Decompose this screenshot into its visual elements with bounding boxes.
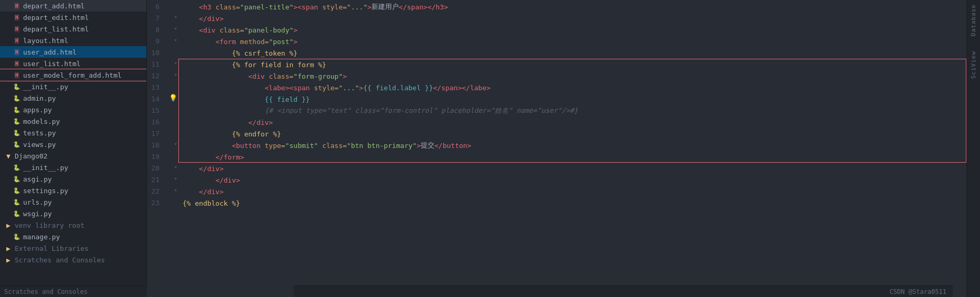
sidebar-item-scratches[interactable]: ▶Scratches and Consoles (0, 254, 146, 266)
code-line: </div> (178, 186, 966, 197)
sidebar-item-asgi[interactable]: 🐍asgi.py (0, 173, 146, 185)
sidebar-item-label: wsgi.py (23, 210, 52, 218)
database-label[interactable]: Database (970, 4, 977, 36)
sidebar-item-models[interactable]: 🐍models.py (0, 115, 146, 127)
line-number: 18 (147, 140, 164, 151)
folder-icon: ▶ (4, 256, 13, 264)
code-line: <div class="panel-body"> (178, 24, 966, 36)
gutter: ▾▾▾▾▾💡▾▾▾▾ (168, 0, 178, 297)
html-icon: H (13, 36, 21, 45)
sidebar-item-depart_list[interactable]: Hdepart_list.html (0, 23, 146, 35)
code-line: <button type="submit" class="btn btn-pri… (178, 140, 966, 151)
sciview-label[interactable]: SciView (970, 51, 977, 79)
sidebar-item-Django02_folder[interactable]: ▼Django02 (0, 150, 146, 162)
sidebar-item-depart_add[interactable]: Hdepart_add.html (0, 0, 146, 12)
line-number: 11 (147, 59, 164, 70)
code-line: </div> (178, 163, 966, 174)
line-number: 15 (147, 105, 164, 116)
sidebar-item-label: admin.py (23, 94, 56, 102)
line-number: 22 (147, 186, 164, 197)
sidebar-item-label: settings.py (23, 187, 68, 195)
sidebar-item-admin[interactable]: 🐍admin.py (0, 92, 146, 104)
sidebar-item-label: depart_add.html (23, 2, 84, 10)
gutter-row: ▾ (168, 23, 178, 35)
code-area[interactable]: <h3 class="panel-title"><span style="...… (178, 0, 966, 297)
right-strip: Database SciView (966, 0, 980, 297)
sidebar-item-label: Scratches and Consoles (15, 256, 105, 264)
gutter-row: ▾ (168, 12, 178, 23)
sidebar-item-wsgi[interactable]: 🐍wsgi.py (0, 208, 146, 219)
scratches-label: Scratches and Consoles (4, 288, 88, 295)
py-icon: 🐍 (13, 82, 21, 91)
sidebar-item-__init__[interactable]: 🐍__init__.py (0, 81, 146, 92)
py-icon: 🐍 (13, 163, 21, 172)
sidebar-item-label: user_add.html (23, 48, 77, 56)
sidebar-item-label: apps.py (23, 106, 52, 114)
html-icon: H (13, 25, 21, 33)
sidebar-item-tests[interactable]: 🐍tests.py (0, 127, 146, 139)
gutter-row: ▾ (168, 58, 178, 69)
file-tree: Hdepart_add.htmlHdepart_edit.htmlHdepart… (0, 0, 147, 297)
code-line: {{ field }} (178, 93, 966, 105)
line-number: 6 (147, 1, 164, 13)
folder-icon: ▶ (4, 244, 13, 252)
sidebar-item-label: manage.py (23, 233, 60, 241)
code-line: {% for field in form %} (178, 59, 966, 70)
sidebar-item-user_model_form_add[interactable]: Huser_model_form_add.html (0, 69, 146, 81)
sidebar-item-user_list[interactable]: Huser_list.html (0, 58, 146, 69)
sidebar-item-__init__2[interactable]: 🐍__init__.py (0, 162, 146, 173)
sidebar-item-label: tests.py (23, 129, 56, 137)
sidebar-item-user_add[interactable]: Huser_add.html (0, 46, 146, 58)
gutter-row (168, 104, 178, 115)
code-line: </div> (178, 174, 966, 186)
gutter-row (168, 150, 178, 162)
code-line: </div> (178, 13, 966, 24)
sidebar-item-apps[interactable]: 🐍apps.py (0, 104, 146, 115)
sidebar-item-label: depart_list.html (23, 25, 89, 33)
sidebar-item-label: __init__.py (23, 164, 68, 172)
line-number: 13 (147, 82, 164, 93)
sidebar-item-label: user_model_form_add.html (23, 71, 122, 79)
editor-content: 67891011121314151617181920212223 ▾▾▾▾▾💡▾… (147, 0, 966, 297)
code-line: </form> (178, 151, 966, 163)
html-icon: H (13, 48, 21, 56)
gutter-row: 💡 (168, 92, 178, 104)
gutter-row: ▾ (168, 185, 178, 196)
code-line: <h3 class="panel-title"><span style="...… (178, 1, 966, 13)
sidebar-item-manage[interactable]: 🐍manage.py (0, 231, 146, 242)
gutter-row (168, 127, 178, 139)
gutter-row (168, 115, 178, 127)
sidebar-item-urls[interactable]: 🐍urls.py (0, 196, 146, 208)
code-line: </div> (178, 116, 966, 128)
code-line: {% endfor %} (178, 128, 966, 140)
scratches-bar[interactable]: Scratches and Consoles (0, 285, 147, 297)
sidebar-item-depart_edit[interactable]: Hdepart_edit.html (0, 12, 146, 23)
sidebar-item-label: urls.py (23, 198, 52, 206)
py-icon: 🐍 (13, 140, 21, 148)
py-icon: 🐍 (13, 198, 21, 206)
sidebar-item-layout[interactable]: Hlayout.html (0, 35, 146, 46)
sidebar-item-label: asgi.py (23, 175, 52, 183)
sidebar-item-label: __init__.py (23, 83, 68, 91)
sidebar-item-label: venv library root (15, 221, 84, 229)
line-number: 21 (147, 174, 164, 186)
gutter-row: ▾ (168, 173, 178, 185)
sidebar-item-venv_folder[interactable]: ▶venv library root (0, 219, 146, 231)
gutter-row: ▾ (168, 139, 178, 150)
sidebar-item-views[interactable]: 🐍views.py (0, 139, 146, 150)
code-line: <div class="form-group"> (178, 70, 966, 82)
sidebar-item-label: views.py (23, 141, 56, 148)
status-text: CSDN @Stara0511 (890, 288, 946, 295)
sidebar-item-label: External Libraries (15, 245, 89, 252)
sidebar-item-label: user_list.html (23, 60, 81, 68)
sidebar-item-external_libs[interactable]: ▶External Libraries (0, 242, 146, 254)
line-number: 17 (147, 128, 164, 140)
gutter-row (168, 0, 178, 12)
folder-icon: ▶ (4, 221, 13, 229)
gutter-row: ▾ (168, 69, 178, 81)
code-line: {# <input type="text" class="form-contro… (178, 105, 966, 116)
line-number: 19 (147, 151, 164, 163)
editor-area: 67891011121314151617181920212223 ▾▾▾▾▾💡▾… (147, 0, 966, 297)
gutter-row: ▾ (168, 35, 178, 46)
sidebar-item-settings[interactable]: 🐍settings.py (0, 185, 146, 196)
